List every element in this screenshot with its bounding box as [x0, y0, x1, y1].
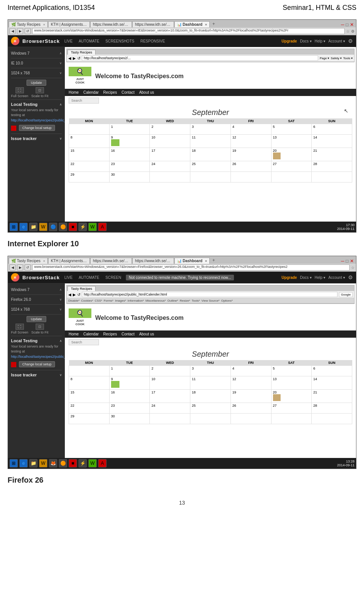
bs-account-1[interactable]: Account ▾ — [328, 39, 345, 43]
nav-calendar-2[interactable]: Calendar — [83, 332, 99, 336]
issue-tracker-header-1[interactable]: Issue tracker ∨ — [11, 136, 62, 141]
os-selector-2[interactable]: Windows 7 ∧ — [11, 286, 62, 293]
scale-fit-ctrl-2[interactable]: ⊡ Scale to Fit — [31, 324, 49, 334]
app3-btn-2[interactable]: W — [39, 459, 47, 467]
app9-btn-1[interactable]: A — [98, 223, 107, 231]
ff-tool-outline[interactable]: Outline* — [167, 299, 178, 302]
bs-docs-2[interactable]: Docs ▾ — [300, 275, 312, 280]
tab-new-1[interactable]: + — [210, 20, 217, 27]
search-input-2[interactable] — [69, 339, 99, 345]
inner-addr-input-2[interactable]: http://localhost/tastyrecipes2/public_ht… — [82, 292, 337, 297]
nav-contact-1[interactable]: Contact — [121, 90, 134, 94]
tab-kth-1[interactable]: KTH | Assignments | App × — [48, 21, 90, 27]
change-local-btn-1[interactable]: Change local setup — [19, 125, 55, 131]
issue-tracker-header-2[interactable]: Issue tracker ∨ — [11, 373, 62, 377]
bs-gear-icon-2[interactable]: ⚙ — [348, 274, 353, 280]
inner-addr-input-1[interactable]: http://localhost/tastyrecipes2/... — [82, 55, 318, 61]
inner-refresh-2[interactable]: ↺ — [77, 293, 80, 297]
app8-btn-2[interactable]: W — [88, 459, 97, 467]
minimize-btn-1[interactable]: ─ — [341, 22, 344, 27]
bs-nav-automate-2[interactable]: AUTOMATE — [77, 275, 101, 280]
ie-btn-2[interactable]: e — [19, 459, 28, 467]
search-input-1[interactable] — [69, 98, 99, 104]
scale-fit-ctrl-1[interactable]: ⊡ Scale to Fit — [31, 87, 49, 98]
inner-toolbar-safety-1[interactable]: Safety ▾ — [331, 57, 342, 60]
ff-tool-tools[interactable]: Tools* — [192, 299, 200, 302]
ff-tool-viewsrc[interactable]: View Source* — [201, 299, 220, 302]
nav-recipes-2[interactable]: Recipes — [103, 332, 117, 336]
inner-back-2[interactable]: ◀ — [68, 293, 71, 297]
ff-tool-options[interactable]: Options* — [221, 299, 233, 302]
inner-toolbar-tools-1[interactable]: Tools ▾ — [343, 57, 353, 60]
maximize-btn-1[interactable]: □ — [346, 22, 348, 27]
bs-nav-live-2[interactable]: LIVE — [63, 275, 74, 280]
bs-upgrade-2[interactable]: Upgrade — [282, 275, 297, 280]
nav-home-1[interactable]: Home — [69, 90, 79, 94]
os-selector-1[interactable]: Windows 7 ∧ — [11, 50, 62, 57]
inner-fwd-2[interactable]: ▶ — [73, 293, 76, 297]
forward-btn-1[interactable]: ▶ — [17, 28, 23, 34]
nav-home-2[interactable]: Home — [69, 332, 79, 336]
app7-btn-1[interactable]: ⚡ — [78, 223, 87, 231]
tab-tasty-recipes-1[interactable]: 🌿 Tasty Recipes × — [9, 21, 48, 27]
app4-btn-1[interactable]: 🔵 — [49, 223, 57, 231]
tab-kth3-2[interactable]: https://www.kth.se/soci... × — [132, 258, 174, 264]
maximize-btn-2[interactable]: □ — [346, 258, 348, 264]
resolution-selector-1[interactable]: 1024 x 768 ∨ — [11, 70, 62, 76]
browser-selector-2[interactable]: Firefox 26.0 ∨ — [11, 296, 62, 303]
close-btn-1[interactable]: ✕ — [350, 22, 354, 27]
ff-icon-2[interactable]: 🦊 — [49, 459, 57, 467]
ff-tool-disable[interactable]: Disable* — [68, 299, 80, 302]
minimize-btn-2[interactable]: ─ — [341, 258, 344, 264]
ff-search-2[interactable]: Google — [339, 292, 353, 297]
nav-recipes-1[interactable]: Recipes — [103, 90, 117, 94]
update-button-2[interactable]: Update — [27, 316, 46, 322]
app5-btn-2[interactable]: 🟠 — [59, 459, 67, 467]
app3-btn-1[interactable]: W — [39, 223, 47, 231]
ie-btn-1[interactable]: e — [19, 223, 28, 231]
bs-nav-automate-1[interactable]: AUTOMATE — [77, 38, 101, 44]
nav-calendar-1[interactable]: Calendar — [83, 90, 99, 94]
bs-nav-screen-2[interactable]: SCREEN — [104, 275, 123, 280]
nav-about-2[interactable]: About us — [139, 332, 154, 336]
tab-dashboard-2[interactable]: 📊 Dashboard × — [174, 258, 210, 264]
inner-toolbar-page-1[interactable]: Page ▾ — [320, 57, 329, 60]
bs-docs-1[interactable]: Docs ▾ — [300, 39, 312, 43]
bs-upgrade-1[interactable]: Upgrade — [282, 39, 297, 43]
nav-about-1[interactable]: About us — [139, 90, 154, 94]
inner-refresh-1[interactable]: ↺ — [77, 56, 80, 60]
bs-help-1[interactable]: Help ▾ — [315, 39, 325, 43]
ff-tool-misc[interactable]: Miscellaneous* — [146, 299, 166, 302]
address-input-2[interactable]: www.browserstack.com/start#os=Windows&os… — [32, 264, 350, 271]
ff-tool-cookies[interactable]: Cookies* — [81, 299, 93, 302]
refresh-btn-1[interactable]: ↺ — [25, 28, 31, 34]
app7-btn-2[interactable]: ⚡ — [78, 459, 87, 467]
nav-contact-2[interactable]: Contact — [121, 332, 134, 336]
bookmark-icon-1[interactable]: ☆ — [346, 29, 350, 33]
tab-dashboard-1[interactable]: 📊 Dashboard × — [174, 21, 210, 27]
explorer-btn-2[interactable]: 📁 — [29, 459, 38, 467]
ff-tool-resize[interactable]: Resize* — [180, 299, 190, 302]
back-btn-1[interactable]: ◀ — [9, 28, 16, 34]
bs-account-2[interactable]: Account ▾ — [328, 275, 345, 280]
address-input-1[interactable]: www.browserstack.com/start#os=Windows&os… — [32, 28, 345, 34]
app5-btn-1[interactable]: 🟠 — [59, 223, 67, 231]
tab-tasty-recipes-2[interactable]: 🌿 Tasty Recipes × — [9, 258, 48, 264]
start-btn-2[interactable]: ⊞ — [9, 459, 18, 467]
settings-icon-1[interactable]: ⚙ — [351, 29, 355, 33]
update-button-1[interactable]: Update — [27, 80, 46, 86]
inner-tab-1[interactable]: Tasty Recipes — [67, 50, 96, 55]
app6-btn-1[interactable]: ■ — [69, 223, 77, 231]
full-screen-ctrl-2[interactable]: ⛶ Full Screen — [11, 324, 28, 334]
refresh-btn-2[interactable]: ↺ — [25, 264, 31, 271]
ff-tool-info[interactable]: Information* — [128, 299, 144, 302]
tab-kth2-2[interactable]: https://www.kth.se/soci... × — [90, 258, 132, 264]
change-local-btn-2[interactable]: Change local setup — [19, 361, 55, 367]
inner-tab-2[interactable]: Tasty Recipes — [67, 286, 96, 291]
close-btn-2[interactable]: ✕ — [350, 258, 354, 264]
bs-nav-screenshots-1[interactable]: SCREENSHOTS — [104, 38, 136, 44]
local-testing-header-1[interactable]: Local Testing ∧ — [11, 102, 62, 107]
ff-tool-images[interactable]: Images* — [115, 299, 126, 302]
ff-tool-forms[interactable]: Forms* — [104, 299, 113, 302]
tab-kth3-1[interactable]: https://www.kth.se/soci... × — [132, 21, 174, 27]
